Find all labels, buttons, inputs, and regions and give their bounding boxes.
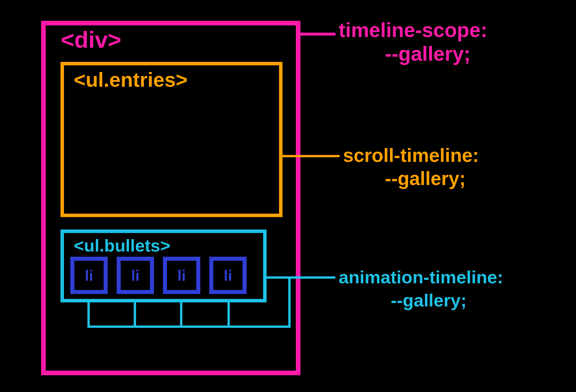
- bullets-label: <ul.bullets>: [74, 236, 170, 255]
- annotation-timeline-scope-line1: timeline-scope:: [339, 19, 487, 41]
- svg-rect-0: [0, 0, 576, 392]
- annotation-animation-timeline-line2: --gallery;: [391, 290, 467, 310]
- bullet-item-label: li: [85, 267, 93, 284]
- annotation-scroll-timeline-line2: --gallery;: [385, 168, 466, 189]
- annotation-scroll-timeline-line1: scroll-timeline:: [343, 145, 479, 166]
- bullet-item-label: li: [131, 267, 140, 284]
- annotation-animation-timeline-line1: animation-timeline:: [339, 267, 503, 287]
- bullet-item-label: li: [177, 267, 186, 284]
- outer-div-label: <div>: [61, 27, 121, 53]
- bullet-item-label: li: [224, 267, 232, 284]
- entries-label: <ul.entries>: [74, 69, 188, 91]
- annotation-timeline-scope-line2: --gallery;: [385, 42, 471, 65]
